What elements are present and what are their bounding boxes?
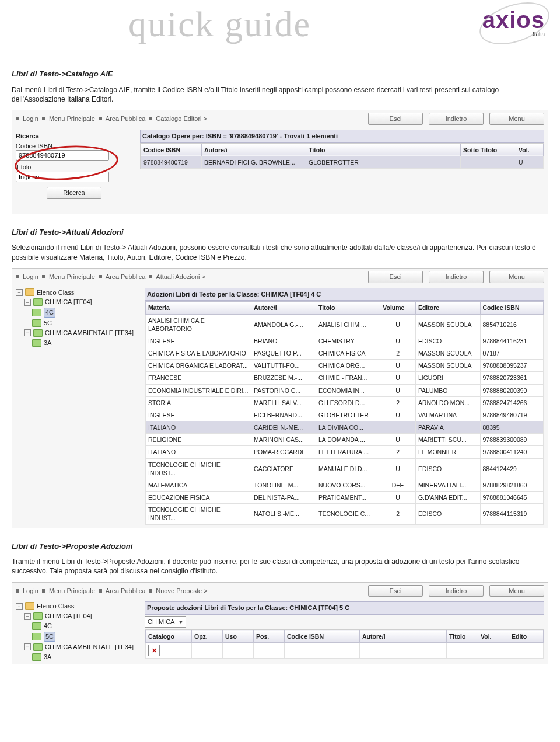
catalogo-grid: Codice ISBN Autore/i Titolo Sotto Titolo… [141, 144, 544, 169]
col-opz[interactable]: Opz. [192, 630, 223, 643]
section1-text: Dal menù Libri di Testo->Catalogo AIE, t… [12, 85, 548, 104]
table-row[interactable]: STORIAMARELLI SALV...GLI ESORDI D...2ARN… [146, 396, 544, 409]
col-vol[interactable]: Vol. [516, 144, 544, 156]
col-autore[interactable]: Autore/i [360, 630, 447, 643]
col-materia[interactable]: Materia [146, 302, 251, 314]
crumb-icon [149, 117, 152, 120]
table-row[interactable]: TECNOLOGIE CHIMICHE INDUST...CACCIATOREM… [146, 458, 544, 479]
indietro-button[interactable]: Indietro [429, 113, 484, 125]
collapse-icon[interactable]: − [24, 613, 31, 620]
tree-leaf[interactable]: 3A [44, 653, 51, 661]
tree-leaf[interactable]: 5C [44, 319, 52, 328]
indietro-button[interactable]: Indietro [429, 585, 484, 597]
table-row[interactable]: ITALIANOPOMA-RICCARDILETTERATURA ...2LE … [146, 446, 544, 458]
brand-logo: axios Italia [482, 7, 545, 37]
menu-button[interactable]: Menu [489, 585, 544, 597]
screenshot-proposte: Login Menu Principale Area Pubblica Nuov… [12, 582, 548, 665]
col-isbn[interactable]: Codice ISBN [285, 630, 360, 643]
table-row[interactable]: FRANCESEBRUZZESE M.-...CHIMIE - FRAN...U… [146, 372, 544, 384]
section1-title: Libri di Testo->Catalogo AIE [12, 69, 548, 79]
col-volume[interactable]: Volume [380, 302, 416, 314]
materia-dropdown[interactable]: CHIMICA▼ [145, 616, 186, 628]
tree-leaf[interactable]: 5C [44, 632, 55, 642]
collapse-icon[interactable]: − [16, 289, 23, 296]
class-icon [32, 319, 41, 327]
col-pos[interactable]: Pos. [254, 630, 285, 643]
table-row[interactable]: INGLESEFICI BERNARD...GLOBETROTTERUVALMA… [146, 409, 544, 421]
col-isbn[interactable]: Codice ISBN [480, 302, 544, 314]
table-row[interactable]: CHIMICA FISICA E LABORATORIOPASQUETTO-P.… [146, 347, 544, 360]
table-row[interactable]: CHIMICA ORGANICA E LABORAT...VALITUTTI-F… [146, 360, 544, 372]
col-autore[interactable]: Autore/i [202, 144, 306, 156]
table-row[interactable]: MATEMATICATONOLINI - M...NUOVO CORS...D+… [146, 479, 544, 491]
col-catalogo[interactable]: Catalogo [146, 630, 192, 643]
col-editore[interactable]: Edito [509, 630, 544, 643]
table-row[interactable]: ITALIANOCARIDEI N.-ME...LA DIVINA CO...P… [146, 421, 544, 434]
proposte-grid: Catalogo Opz. Uso Pos. Codice ISBN Autor… [145, 630, 544, 659]
col-editore[interactable]: Editore [415, 302, 480, 314]
breadcrumb: Login Menu Principale Area Pubblica Nuov… [12, 583, 548, 600]
tree-leaf[interactable]: 3A [44, 339, 51, 347]
section3-title: Libri di Testo->Proposte Adozioni [12, 541, 548, 552]
col-autore[interactable]: Autore/i [251, 302, 316, 314]
ricerca-button[interactable]: Ricerca [47, 187, 102, 199]
menu-button[interactable]: Menu [489, 271, 544, 283]
grid-title: Adozioni Libri di Testo per la Classe: C… [145, 288, 544, 301]
col-vol[interactable]: Vol. [478, 630, 509, 643]
titolo-label: Titolo [16, 163, 132, 172]
tree-root[interactable]: Elenco Classi [37, 288, 76, 297]
group-icon [33, 612, 43, 620]
table-row[interactable]: RELIGIONEMARINONI CAS...LA DOMANDA ...UM… [146, 434, 544, 446]
table-row[interactable]: ANALISI CHIMICA E LABORATORIOAMANDOLA G.… [146, 314, 544, 335]
tree-node[interactable]: CHIMICA AMBIENTALE [TF34] [45, 329, 134, 337]
table-row[interactable]: 9788849480719BERNARDI FICI G. BROWNLE...… [141, 156, 544, 168]
crumb-icon [42, 117, 46, 120]
table-row[interactable]: TECNOLOGIE CHIMICHE INDUST...NATOLI S.-M… [146, 504, 544, 524]
crumb-icon [16, 589, 19, 593]
titolo-input[interactable] [16, 172, 109, 182]
header: quick guide axios Italia [12, 6, 548, 56]
folder-icon [25, 602, 34, 610]
table-row[interactable]: ECONOMIA INDUSTRIALE E DIRI...PASTORINO … [146, 384, 544, 396]
chevron-down-icon: ▼ [178, 619, 183, 626]
delete-icon[interactable]: ✕ [148, 645, 160, 656]
menu-button[interactable]: Menu [489, 113, 544, 125]
col-uso[interactable]: Uso [223, 630, 254, 643]
indietro-button[interactable]: Indietro [429, 271, 484, 283]
class-icon [32, 622, 41, 630]
tree-node[interactable]: CHIMICA AMBIENTALE [TF34] [45, 643, 134, 652]
collapse-icon[interactable]: − [24, 329, 31, 336]
col-titolo[interactable]: Titolo [316, 302, 380, 314]
crumb-icon [149, 275, 152, 278]
collapse-icon[interactable]: − [24, 299, 31, 306]
screenshot-catalogo: Login Menu Principale Area Pubblica Cata… [12, 110, 548, 214]
ricerca-label: Ricerca [16, 132, 132, 141]
codice-isbn-label: Codice ISBN [16, 142, 132, 151]
tree-node[interactable]: CHIMICA [TF04] [45, 612, 92, 621]
tree-node[interactable]: CHIMICA [TF04] [45, 298, 92, 306]
col-isbn[interactable]: Codice ISBN [141, 144, 202, 156]
collapse-icon[interactable]: − [16, 603, 23, 610]
table-row[interactable]: EDUCAZIONE FISICADEL NISTA-PA...PRATICAM… [146, 492, 544, 504]
class-icon [32, 653, 41, 661]
table-row[interactable]: INGLESEBRIANOCHEMISTRYUEDISCO97888441162… [146, 335, 544, 347]
esci-button[interactable]: Esci [368, 271, 423, 283]
crumb-icon [16, 117, 19, 120]
tree-leaf[interactable]: 4C [44, 308, 55, 318]
group-icon [33, 298, 43, 306]
esci-button[interactable]: Esci [368, 585, 423, 597]
tree-leaf[interactable]: 4C [44, 622, 52, 630]
table-row[interactable]: ✕ [146, 643, 544, 659]
col-sotto[interactable]: Sotto Titolo [461, 144, 516, 156]
grid-title: Proposte adozioni Libri di Testo per la … [145, 601, 544, 615]
esci-button[interactable]: Esci [368, 113, 423, 125]
crumb-icon [99, 117, 102, 120]
tree-root[interactable]: Elenco Classi [37, 602, 76, 611]
col-titolo[interactable]: Titolo [306, 144, 461, 156]
class-tree: −Elenco Classi −CHIMICA [TF04] 4C 5C −CH… [12, 599, 141, 664]
class-icon [32, 339, 41, 347]
codice-isbn-input[interactable] [16, 150, 109, 161]
crumb-icon [42, 275, 46, 278]
col-titolo[interactable]: Titolo [447, 630, 478, 643]
collapse-icon[interactable]: − [24, 643, 31, 650]
